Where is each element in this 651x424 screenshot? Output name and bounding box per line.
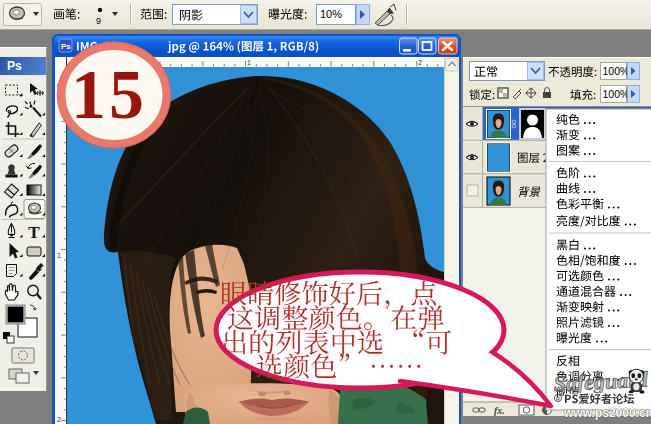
svg-text:www.ps2000.cn: www.ps2000.cn <box>563 406 651 420</box>
svg-text:R: R <box>556 396 560 402</box>
svg-text:15: 15 <box>71 56 147 133</box>
